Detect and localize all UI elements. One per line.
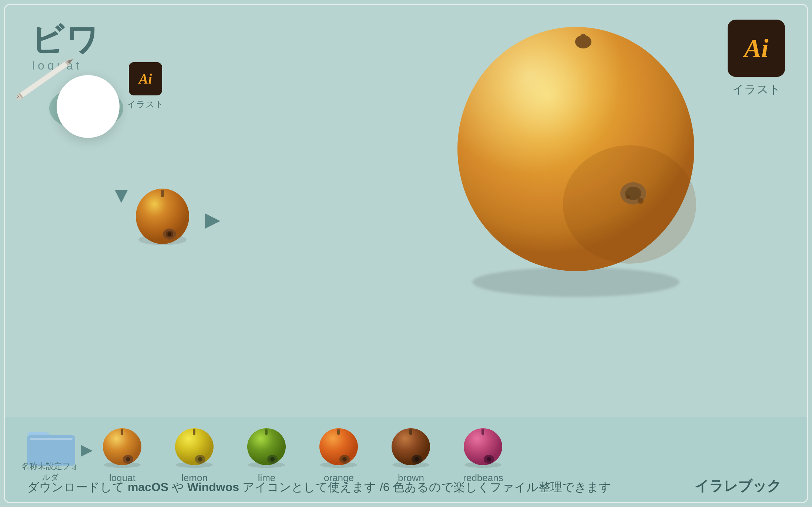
- svg-rect-13: [581, 34, 586, 47]
- fruit-item-brown: brown: [388, 426, 434, 484]
- ai-icon-small: Ai イラスト: [127, 62, 164, 110]
- ai-label-large: イラスト: [732, 81, 781, 98]
- svg-point-17: [625, 195, 630, 199]
- flat-icon-circle: [57, 75, 120, 138]
- arrow-to-fruits: ▶: [81, 440, 93, 459]
- svg-point-44: [342, 457, 347, 462]
- loquat-small: [127, 186, 197, 249]
- svg-point-54: [487, 457, 491, 462]
- fruit-item-lime: lime: [244, 426, 290, 484]
- svg-rect-55: [482, 429, 484, 435]
- ai-badge-large: Ai: [728, 20, 785, 77]
- svg-rect-50: [409, 429, 412, 435]
- fruit-item-lemon: lemon: [171, 426, 218, 484]
- fruit-item-orange: orange: [316, 426, 362, 484]
- svg-point-22: [168, 232, 171, 236]
- svg-rect-45: [337, 429, 340, 435]
- fruits-row: loquat lemon: [99, 426, 506, 484]
- ai-icon-large: Ai イラスト: [728, 20, 785, 98]
- main-frame: ビワ loquat Ai イラスト Ai イラスト: [4, 4, 808, 503]
- svg-point-16: [638, 198, 644, 204]
- arrow-right: ▶: [205, 207, 220, 231]
- svg-point-8: [472, 267, 680, 297]
- svg-point-11: [563, 145, 696, 264]
- brand-text: イラレブック: [695, 477, 781, 496]
- ai-label-small: イラスト: [127, 98, 164, 110]
- svg-point-49: [415, 457, 419, 462]
- svg-rect-30: [121, 429, 123, 435]
- main-loquat: [422, 12, 726, 301]
- svg-point-39: [270, 457, 275, 462]
- svg-point-29: [126, 457, 130, 462]
- ai-badge-small: Ai: [129, 62, 162, 95]
- svg-rect-23: [161, 190, 164, 197]
- bottom-bar: 名称未設定フォルダ ▶ loquat: [5, 417, 807, 502]
- svg-rect-25: [30, 438, 73, 440]
- fruit-item-redbeans: redbeans: [460, 426, 506, 484]
- svg-rect-35: [193, 429, 195, 435]
- fruit-item-loquat: loquat: [99, 426, 145, 484]
- svg-point-34: [198, 457, 202, 462]
- footer-text: ダウンロードして macOS や Windwos アイコンとして使えます /6 …: [27, 479, 611, 496]
- svg-rect-40: [265, 429, 268, 435]
